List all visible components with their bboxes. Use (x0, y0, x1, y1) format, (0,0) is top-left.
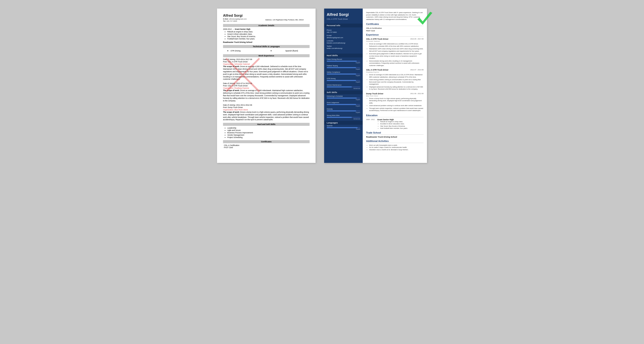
exp2-dates: 2012-07 - 2013-08 (410, 69, 424, 71)
edu-entry-1: 2009 - 2012 Grant Senior High Rebuilt an… (366, 119, 424, 130)
email-pi-value: alfredsorgi@gmail.com (327, 37, 360, 39)
lang-bar-1: Spanish Fluent (324, 125, 363, 130)
left-name: Alfred Sorgi (223, 14, 246, 18)
edu-b4: Avid football team member, four years. (380, 127, 408, 130)
exp3-org: Blue Rock Stone (366, 95, 424, 97)
edu-b3: Star Scout, Boy Scouts of America. (380, 125, 408, 128)
work-entry-3: Date of Joining: 2011-06 to 2012-06 Post… (223, 104, 310, 121)
work1-scope-text: Drove an average 4,500 miles/week. Deliv… (223, 65, 308, 80)
exp1-title: CDL-A OTR Truck Driver (366, 38, 388, 40)
trade-school-name: Roadmaster Truck Driving School (366, 136, 424, 138)
hskill-name-2: Flatbed Tarping (327, 65, 360, 67)
exp3-dates: 2011-06 - 2012-06 (410, 93, 424, 95)
cert-2: FAST Card (224, 146, 310, 149)
lang-label-1: Fluent (327, 128, 360, 130)
work-entry-2: Date of Joining: 2012-07 to 2013-08 Post… (223, 82, 310, 102)
hskill-name-3: Safety Compliance (327, 71, 360, 73)
lang-name-1: Spanish (327, 125, 360, 127)
hskill-label-2: Expert (327, 68, 360, 70)
soft-skills-bars: Delivering to Schedule Expert Good Judge… (324, 94, 363, 120)
exp1-b1: Drove an average 4,500 miles/week as a c… (369, 43, 424, 47)
work-section-header: Work Experience (223, 54, 310, 57)
hard-skill-bar-5: Vehicle Maintenance Advanced (327, 84, 360, 89)
hard-skills-header: Hard and Soft Skills (223, 123, 310, 126)
sskill-name-4: Strong Work Ethic (327, 114, 360, 116)
exp3-title: Dump Truck Driver (366, 93, 384, 95)
left-email: E-Mail: alfredsorgi@gmail.com (223, 18, 246, 20)
hard-skill-1: Leadership (227, 127, 310, 129)
work2-scope: The scope of work: Drove an average of 3… (223, 89, 310, 102)
work1-org: Organization: Schneider National (223, 63, 310, 65)
hskill-name-5: Vehicle Maintenance (327, 84, 360, 86)
skill-bullet-2: • (270, 49, 272, 53)
exp1-b3: Exercised good judgement in difficult si… (369, 53, 424, 60)
academic-period: 2009-2012 (223, 28, 232, 30)
sidebar-name-block: Alfred Sorgi CDL-A OTR Truck Driver (324, 9, 363, 22)
academic-bullets: Rebuilt an engine in shop class. Great i… (227, 31, 310, 40)
work3-date: Date of Joining: 2011-06 to 2012-06 (223, 104, 310, 106)
hard-skill-bar-3: Safety Compliance Expert (327, 71, 360, 76)
right-cert-1: CDL-A Certification (366, 27, 424, 29)
right-exp-title: Experience (366, 34, 424, 37)
work3-org: Organization: Blue Rock Stone (223, 109, 310, 111)
exp2-b2: Used strong problem solving & communicat… (369, 79, 424, 86)
hard-skill-2: Agile and Scrum (227, 129, 310, 131)
skill-otr: OTR Driving (230, 50, 266, 52)
academic-bullet-4: Football team member, four years. (227, 38, 310, 40)
sidebar-twitter: Twitter twitter.com/alfredsorgi (327, 45, 360, 49)
exp1-org: Schneider National (366, 40, 424, 42)
skills-row: • OTR Driving • Spanish (fluent) (223, 49, 310, 53)
sskill-label-2: Expert (327, 105, 360, 107)
add-b3: Volunteer once a month at St. Brendan's … (369, 149, 424, 151)
hskill-label-1: Expert (327, 62, 360, 64)
email-value: alfredsorgi@gmail.com (229, 18, 246, 20)
sidebar-linkedin: LinkedIn linkedin.com/in/alfredsorgi (327, 40, 360, 44)
hard-skills-sidebar-title: Hard Skills (324, 54, 363, 58)
exp-entry-2: CDL-A OTR Truck Driver 2012-07 - 2013-08… (366, 69, 424, 91)
work1-post: Post: CDL-A OTR Truck Driver (223, 61, 310, 63)
exp1-b2: Maintained 100% clean driving record and… (369, 48, 424, 52)
work3-scope: The scope of work: Drove a dump truck in… (223, 111, 310, 121)
work1-date: Date of Joining: 2013-09 to 2017-09 (223, 58, 310, 61)
hard-skill-5: Project Scheduling (227, 136, 310, 138)
work2-org: Organization: Roadway Express (223, 87, 310, 89)
tel-label: Tel: (223, 20, 226, 22)
hskill-label-5: Advanced (327, 88, 360, 89)
hskill-name-1: Clean Driving Record (327, 58, 360, 60)
soft-skills-sidebar-title: Soft Skills (324, 91, 363, 94)
technical-section-header: Technical Skills & Languages (223, 45, 310, 48)
hskill-label-4: Expert (327, 81, 360, 83)
work3-post: Post: Dump Truck Driver (223, 106, 310, 108)
right-edu-title: Education (366, 114, 424, 117)
tel-value: 440-727-6900 (226, 20, 237, 22)
address-label: Address: (266, 19, 272, 21)
edu-bullets: Rebuilt an engine in shop class. Excelle… (380, 121, 408, 130)
exp3-b2: Used advanced problem solving to continu… (369, 105, 424, 107)
soft-skill-bar-3: Honesty Expert (327, 108, 360, 113)
twitter-label: Twitter (327, 45, 360, 47)
email-pi-label: E-mail (327, 35, 360, 37)
add-b1: Work out with freeweights twice a week. (369, 144, 424, 147)
exp1-bullets: Drove an average 4,500 miles/week as a c… (369, 43, 424, 67)
hard-skill-3: Business Process Improvement (227, 132, 310, 134)
phone-label: Phone (327, 29, 360, 31)
right-resume: Alfred Sorgi CDL-A OTR Truck Driver Pers… (324, 9, 427, 163)
email-label: E-Mail: (223, 18, 228, 20)
twitter-value: twitter.com/alfredsorgi (327, 47, 360, 49)
edu-school: Grant Senior High (377, 119, 408, 121)
soft-skill-bar-4: Strong Work Ethic Advanced (327, 114, 360, 120)
academic-section-header: Academic Details (223, 24, 310, 27)
edu-b1: Rebuilt an engine in shop class. (380, 121, 408, 123)
linkedin-label: LinkedIn (327, 40, 360, 42)
sskill-label-1: Expert (327, 99, 360, 100)
soft-skill-bar-1: Delivering to Schedule Expert (327, 95, 360, 100)
hard-skill-bar-4: OTR Driving Expert (327, 78, 360, 83)
trade-school-title: Trade School (366, 131, 424, 135)
linkedin-value: linkedin.com/in/alfredsorgi (327, 42, 360, 44)
work2-scope-label: The scope of work: (223, 89, 240, 92)
work2-date: Date of Joining: 2012-07 to 2013-08 (223, 82, 310, 85)
hskill-label-3: Expert (327, 75, 360, 76)
skill-spanish: Spanish (fluent) (274, 50, 310, 52)
exp-entry-3: Dump Truck Driver 2011-06 - 2012-06 Blue… (366, 93, 424, 112)
work1-scope-label: The scope of work: (223, 65, 240, 68)
